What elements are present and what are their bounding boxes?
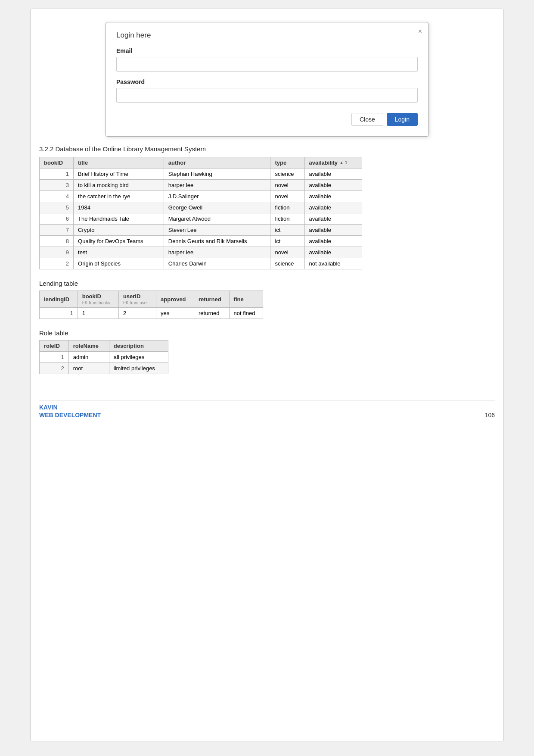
footer-left: KAVIN WEB DEVELOPMENT	[39, 404, 101, 419]
modal-actions: Close Login	[116, 113, 418, 126]
cell-title: Origin of Species	[74, 258, 164, 269]
cell-type: novel	[270, 247, 304, 258]
col-fine: fine	[229, 291, 263, 308]
password-field-group: Password	[116, 78, 418, 109]
table-row: 2 Origin of Species Charles Darwin scien…	[40, 258, 362, 269]
cell-type: fiction	[270, 213, 304, 225]
col-roleid: roleID	[40, 341, 69, 352]
cell-fine: not fined	[229, 308, 263, 319]
table-row: 6 The Handmaids Tale Margaret Atwood fic…	[40, 213, 362, 225]
cell-author: Charles Darwin	[164, 258, 270, 269]
table-row: 9 test harper lee novel available	[40, 247, 362, 258]
cell-approved: yes	[156, 308, 194, 319]
cell-availability: available	[304, 191, 362, 202]
cell-description: all privileges	[109, 352, 168, 363]
table-row: 1 1 2 yes returned not fined	[40, 308, 263, 319]
col-lendingid: lendingID	[40, 291, 78, 308]
table-row: 1 Brief History of Time Stephan Hawking …	[40, 169, 362, 180]
col-approved: approved	[156, 291, 194, 308]
cell-type: fiction	[270, 202, 304, 213]
lending-section-title: Lending table	[39, 280, 495, 287]
cell-title: the catcher in the rye	[74, 191, 164, 202]
cell-type: ict	[270, 225, 304, 236]
email-label: Email	[116, 47, 418, 54]
section-title: 3.2.2 Database of the Online Library Man…	[39, 145, 495, 153]
table-row: 1 admin all privileges	[40, 352, 168, 363]
cell-bookid: 1	[78, 308, 118, 319]
cell-lendingid: 1	[40, 308, 78, 319]
cell-bookid: 6	[40, 213, 74, 225]
col-bookid-fk: bookID FK from books	[78, 291, 118, 308]
cell-author: Dennis Geurts and Rik Marselis	[164, 236, 270, 247]
cell-returned: returned	[194, 308, 230, 319]
modal-title: Login here	[116, 31, 418, 40]
cell-bookid: 5	[40, 202, 74, 213]
cell-author: harper lee	[164, 247, 270, 258]
cell-type: novel	[270, 191, 304, 202]
col-userid-fk: userID FK from user	[118, 291, 156, 308]
cell-rolename: admin	[68, 352, 109, 363]
cell-author: J.D.Salinger	[164, 191, 270, 202]
modal-overlay: Login here × Email Password Close Login	[39, 22, 495, 137]
books-table-wrapper: bookID title author type availability ▲ …	[39, 157, 495, 269]
sort-icon: ▲ 1	[339, 160, 347, 165]
cell-availability: available	[304, 236, 362, 247]
page-container: Login here × Email Password Close Login …	[30, 9, 504, 741]
cell-bookid: 3	[40, 180, 74, 191]
table-row: 3 to kill a mocking bird harper lee nove…	[40, 180, 362, 191]
cell-roleid: 2	[40, 363, 69, 374]
table-row: 2 root limited privileges	[40, 363, 168, 374]
cell-bookid: 2	[40, 258, 74, 269]
table-row: 4 the catcher in the rye J.D.Salinger no…	[40, 191, 362, 202]
role-section-title: Role table	[39, 329, 495, 337]
cell-title: to kill a mocking bird	[74, 180, 164, 191]
cell-author: George Owell	[164, 202, 270, 213]
cell-availability: available	[304, 247, 362, 258]
cell-author: harper lee	[164, 180, 270, 191]
lending-table-wrapper: lendingID bookID FK from books userID FK…	[39, 291, 495, 319]
col-title: title	[74, 157, 164, 169]
cell-availability: available	[304, 169, 362, 180]
cell-title: Crypto	[74, 225, 164, 236]
cell-type: science	[270, 258, 304, 269]
login-modal: Login here × Email Password Close Login	[106, 22, 428, 137]
cell-author: Steven Lee	[164, 225, 270, 236]
col-description: description	[109, 341, 168, 352]
table-row: 8 Quality for DevOps Teams Dennis Geurts…	[40, 236, 362, 247]
modal-close-button[interactable]: ×	[418, 28, 422, 35]
role-table: roleID roleName description 1 admin all …	[39, 340, 168, 374]
cell-bookid: 9	[40, 247, 74, 258]
cell-bookid: 7	[40, 225, 74, 236]
cell-type: ict	[270, 236, 304, 247]
cell-availability: not available	[304, 258, 362, 269]
cell-title: test	[74, 247, 164, 258]
cell-author: Margaret Atwood	[164, 213, 270, 225]
cell-type: science	[270, 169, 304, 180]
cell-description: limited privileges	[109, 363, 168, 374]
role-table-wrapper: roleID roleName description 1 admin all …	[39, 340, 495, 374]
col-author: author	[164, 157, 270, 169]
cell-availability: available	[304, 180, 362, 191]
footer-department: WEB DEVELOPMENT	[39, 412, 101, 419]
email-input[interactable]	[116, 57, 418, 72]
password-input[interactable]	[116, 88, 418, 103]
footer-name: KAVIN	[39, 404, 101, 411]
col-availability[interactable]: availability ▲ 1	[304, 157, 362, 169]
cell-bookid: 1	[40, 169, 74, 180]
col-bookid: bookID	[40, 157, 74, 169]
cell-bookid: 4	[40, 191, 74, 202]
cell-rolename: root	[68, 363, 109, 374]
cell-roleid: 1	[40, 352, 69, 363]
table-row: 5 1984 George Owell fiction available	[40, 202, 362, 213]
close-button[interactable]: Close	[351, 113, 383, 126]
login-button[interactable]: Login	[387, 113, 418, 126]
cell-type: novel	[270, 180, 304, 191]
footer-page-number: 106	[485, 412, 495, 419]
cell-availability: available	[304, 225, 362, 236]
col-returned: returned	[194, 291, 230, 308]
cell-title: Quality for DevOps Teams	[74, 236, 164, 247]
cell-title: 1984	[74, 202, 164, 213]
col-rolename: roleName	[68, 341, 109, 352]
cell-availability: available	[304, 213, 362, 225]
email-field-group: Email	[116, 47, 418, 78]
